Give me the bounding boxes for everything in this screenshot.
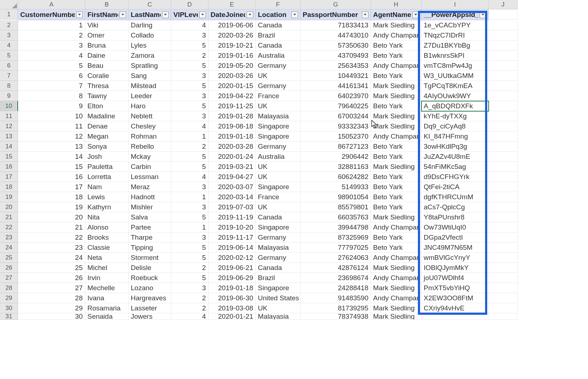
row-header-31[interactable]: 31	[0, 313, 18, 320]
cell-B23[interactable]: Brooks	[85, 232, 129, 243]
cell-C18[interactable]: Meraz	[129, 182, 171, 192]
cell-C20[interactable]: Mishler	[129, 202, 171, 212]
cell-I11[interactable]: kYhE-dyTXXg	[421, 111, 489, 121]
col-header-F[interactable]: F	[256, 0, 301, 9]
cell-C29[interactable]: Hargreaves	[129, 293, 171, 303]
cell-A11[interactable]: 10	[18, 111, 85, 121]
cell-D6[interactable]: 5	[171, 61, 208, 71]
cell-B5[interactable]: Daine	[85, 51, 129, 61]
cell-H8[interactable]: Mark Siedling	[371, 81, 421, 91]
table-header-FirstName[interactable]: FirstName	[85, 9, 129, 20]
cell-B19[interactable]: Lewis	[85, 192, 129, 202]
cell-H13[interactable]: Andy Champan	[371, 131, 421, 141]
row-header-24[interactable]: 24	[0, 243, 18, 253]
cell-G8[interactable]: 44161341	[301, 81, 371, 91]
cell-F28[interactable]: Singapore	[256, 283, 301, 293]
cell-F27[interactable]: Brazil	[256, 273, 301, 283]
col-header-H[interactable]: H	[371, 0, 421, 9]
cell-C25[interactable]: Storment	[129, 253, 171, 263]
cell-B13[interactable]: Megan	[85, 131, 129, 141]
spreadsheet-grid[interactable]: ABCDEFGHIJ1CustomerNumberFirstNameLastNa…	[0, 0, 588, 320]
cell-A16[interactable]: 15	[18, 162, 85, 172]
cell-H14[interactable]: Beto Yark	[371, 141, 421, 152]
cell-I31[interactable]	[421, 313, 489, 320]
cell-A27[interactable]: 26	[18, 273, 85, 283]
cell-B30[interactable]: Rosamaria	[85, 303, 129, 313]
cell-J15[interactable]	[489, 152, 518, 162]
cell-C7[interactable]: Sang	[129, 71, 171, 81]
cell-C31[interactable]: Jowers	[129, 313, 171, 320]
cell-G27[interactable]: 23698674	[301, 273, 371, 283]
cell-B11[interactable]: Madaline	[85, 111, 129, 121]
col-header-E[interactable]: E	[208, 0, 256, 9]
cell-B16[interactable]: Pauletta	[85, 162, 129, 172]
row-header-30[interactable]: 30	[0, 303, 18, 313]
cell-D26[interactable]: 2	[171, 263, 208, 273]
cell-G11[interactable]: 67003244	[301, 111, 371, 121]
cell-J5[interactable]	[489, 51, 518, 61]
cell-G2[interactable]: 71833413	[301, 20, 371, 30]
cell-I18[interactable]: QtFei-2tiCA	[421, 182, 489, 192]
row-header-16[interactable]: 16	[0, 162, 18, 172]
cell-A4[interactable]: 3	[18, 40, 85, 51]
cell-E10[interactable]: 2019-11-25	[208, 101, 256, 111]
table-header-Location[interactable]: Location	[256, 9, 301, 20]
cell-D22[interactable]: 1	[171, 222, 208, 232]
col-header-I[interactable]: I	[421, 0, 489, 9]
cell-G22[interactable]: 39944798	[301, 222, 371, 232]
cell-F5[interactable]: Australia	[256, 51, 301, 61]
row-header-17[interactable]: 17	[0, 172, 18, 182]
cell-A13[interactable]: 12	[18, 131, 85, 141]
cell-C9[interactable]: Leeder	[129, 91, 171, 101]
cell-D20[interactable]: 3	[171, 202, 208, 212]
cell-F7[interactable]: UK	[256, 71, 301, 81]
cell-J13[interactable]	[489, 131, 518, 141]
cell-I6[interactable]: vmTC8mPw4Jg	[421, 61, 489, 71]
cell-A29[interactable]: 28	[18, 293, 85, 303]
cell-B20[interactable]: Kathyrn	[85, 202, 129, 212]
cell-C4[interactable]: Lyles	[129, 40, 171, 51]
cell-D11[interactable]: 3	[171, 111, 208, 121]
filter-dropdown-icon[interactable]	[120, 12, 126, 18]
cell-G19[interactable]: 98901054	[301, 192, 371, 202]
cell-E19[interactable]: 2020-03-14	[208, 192, 256, 202]
cell-D5[interactable]: 2	[171, 51, 208, 61]
table-header-LastName[interactable]: LastName	[129, 9, 171, 20]
cell-G5[interactable]: 43709493	[301, 51, 371, 61]
cell-B25[interactable]: Neta	[85, 253, 129, 263]
cell-H19[interactable]: Beto Yark	[371, 192, 421, 202]
cell-I14[interactable]: 3owHKdlPq3g	[421, 141, 489, 152]
cell-H23[interactable]: Beto Yark	[371, 232, 421, 243]
cell-E3[interactable]: 2020-03-26	[208, 30, 256, 40]
cell-D27[interactable]: 5	[171, 273, 208, 283]
cell-J7[interactable]	[489, 71, 518, 81]
cell-D2[interactable]: 4	[171, 20, 208, 30]
cell-J11[interactable]	[489, 111, 518, 121]
cell-E7[interactable]: 2020-03-26	[208, 71, 256, 81]
table-header-VIPLevel[interactable]: VIPLevel	[171, 9, 208, 20]
cell-A26[interactable]: 25	[18, 263, 85, 273]
cell-J9[interactable]	[489, 91, 518, 101]
cell-J31[interactable]	[489, 313, 518, 320]
cell-H22[interactable]: Andy Champan	[371, 222, 421, 232]
row-header-23[interactable]: 23	[0, 232, 18, 243]
cell-I21[interactable]: Y8taPUnshr8	[421, 212, 489, 222]
cell-H9[interactable]: Mark Siedling	[371, 91, 421, 101]
cell-F14[interactable]: Germany	[256, 141, 301, 152]
cell-A12[interactable]: 11	[18, 121, 85, 131]
cell-B10[interactable]: Elton	[85, 101, 129, 111]
cell-J22[interactable]	[489, 222, 518, 232]
cell-J10[interactable]	[489, 101, 518, 111]
cell-D16[interactable]: 5	[171, 162, 208, 172]
cell-F22[interactable]: Singapore	[256, 222, 301, 232]
cell-H12[interactable]: Mark Siedling	[371, 121, 421, 131]
cell-E24[interactable]: 2019-06-14	[208, 243, 256, 253]
cell-F2[interactable]: Canada	[256, 20, 301, 30]
cell-H29[interactable]: Andy Champan	[371, 293, 421, 303]
cell-J19[interactable]	[489, 192, 518, 202]
cell-A24[interactable]: 23	[18, 243, 85, 253]
cell-G12[interactable]: 93332343	[301, 121, 371, 131]
cell-I23[interactable]: DGpa2VfectI	[421, 232, 489, 243]
cell-H28[interactable]: Mark Siedling	[371, 283, 421, 293]
cell-F10[interactable]: UK	[256, 101, 301, 111]
